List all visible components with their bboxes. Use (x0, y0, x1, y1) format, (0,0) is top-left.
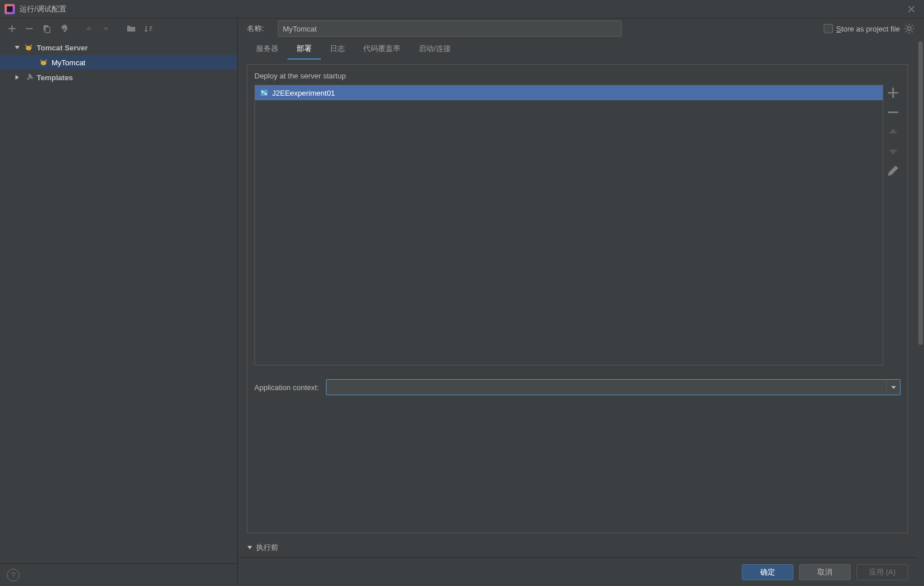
app-context-combo[interactable] (326, 379, 901, 395)
gear-button[interactable] (903, 23, 915, 34)
config-tree: Tomcat Server MyTomcat Templates (0, 39, 237, 563)
store-checkbox[interactable] (824, 24, 833, 33)
deployment-panel: Deploy at the server startup J2EEexperim… (247, 64, 908, 533)
expand-icon (13, 43, 22, 52)
svg-point-2 (26, 46, 32, 50)
tabs: 服务器 部署 日志 代码覆盖率 启动/连接 (238, 39, 917, 60)
move-artifact-down-button (886, 144, 900, 158)
app-context-input[interactable] (327, 383, 886, 392)
tomcat-icon (39, 58, 48, 67)
tree-mytomcat[interactable]: MyTomcat (0, 55, 237, 70)
tomcat-icon (24, 43, 33, 52)
move-artifact-up-button (886, 125, 900, 139)
expand-icon (13, 73, 22, 82)
title-bar: 运行/调试配置 (0, 0, 924, 18)
ok-button[interactable]: 确定 (742, 564, 793, 580)
add-config-button[interactable] (5, 21, 19, 36)
before-launch-toggle[interactable]: 执行前 (247, 542, 908, 553)
scrollbar-thumb[interactable] (918, 41, 923, 345)
deploy-item[interactable]: J2EEexperiment01 (255, 85, 883, 100)
tab-logs[interactable]: 日志 (321, 39, 354, 60)
sort-button[interactable] (141, 21, 156, 36)
edit-config-button[interactable] (56, 21, 71, 36)
left-panel: Tomcat Server MyTomcat Templates ? (0, 18, 238, 586)
move-down-button[interactable] (99, 21, 113, 36)
intellij-icon (5, 4, 15, 14)
tree-templates[interactable]: Templates (0, 70, 237, 85)
right-panel: 名称: Store as project file 服务器 部署 日志 代码覆盖… (238, 18, 924, 586)
tab-server[interactable]: 服务器 (247, 39, 288, 60)
edit-artifact-button[interactable] (886, 164, 900, 178)
add-artifact-button[interactable] (886, 86, 900, 100)
window-title: 运行/调试配置 (19, 4, 66, 14)
dropdown-arrow-icon[interactable] (886, 380, 900, 395)
deploy-list[interactable]: J2EEexperiment01 (254, 85, 883, 365)
config-toolbar (0, 18, 237, 39)
cancel-button[interactable]: 取消 (799, 564, 851, 580)
deploy-section-label: Deploy at the server startup (254, 72, 901, 80)
move-up-button[interactable] (81, 21, 96, 36)
close-button[interactable] (903, 1, 919, 17)
name-label: 名称: (247, 23, 264, 34)
copy-config-button[interactable] (39, 21, 54, 36)
apply-button: 应用 (A) (856, 564, 908, 580)
app-context-label: Application context: (254, 383, 319, 392)
svg-point-3 (41, 61, 46, 65)
store-label: Store as project file (836, 25, 900, 33)
artifact-icon (259, 88, 269, 97)
tab-coverage[interactable]: 代码覆盖率 (354, 39, 410, 60)
folder-button[interactable] (124, 21, 139, 36)
name-input[interactable] (278, 21, 622, 37)
tab-startup[interactable]: 启动/连接 (410, 39, 460, 60)
svg-rect-1 (45, 27, 50, 33)
wrench-icon (24, 73, 33, 82)
tree-tomcat-server[interactable]: Tomcat Server (0, 40, 237, 55)
remove-artifact-button[interactable] (886, 105, 900, 119)
svg-point-4 (907, 27, 911, 30)
help-button[interactable]: ? (7, 569, 19, 581)
tab-deployment[interactable]: 部署 (288, 39, 321, 60)
scrollbar[interactable] (917, 39, 924, 586)
remove-config-button[interactable] (22, 21, 37, 36)
